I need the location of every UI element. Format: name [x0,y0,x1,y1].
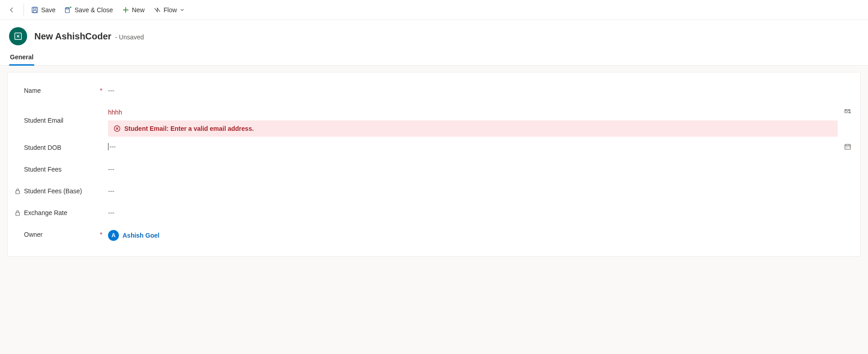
error-icon [113,125,121,132]
label-exchange-rate: Exchange Rate [14,206,100,216]
page-title: New AshishCoder [34,31,111,42]
error-text-student-email: Student Email: Enter a valid email addre… [124,125,254,132]
student-dob-input[interactable]: --- [108,143,838,150]
calendar-icon [844,143,851,150]
label-student-fees-base: Student Fees (Base) [14,184,100,195]
field-student-fees: Student Fees --- [14,160,854,182]
field-exchange-rate: Exchange Rate --- [14,204,854,225]
form-card: Name * --- Student Email Student Email: … [7,72,861,257]
form-body: Name * --- Student Email Student Email: … [0,66,868,268]
svg-rect-4 [66,8,68,9]
student-fees-input[interactable]: --- [108,165,838,174]
save-button[interactable]: Save [27,2,60,18]
form-tabs: General [0,49,868,66]
error-banner-student-email: Student Email: Enter a valid email addre… [108,120,838,137]
calendar-picker-button[interactable] [841,140,854,150]
lock-icon [15,188,20,196]
new-button[interactable]: New [118,2,149,18]
form-header: New AshishCoder - Unsaved [0,20,868,49]
plus-icon [122,6,129,14]
back-button[interactable] [3,0,21,20]
page-status: - Unsaved [115,33,144,41]
svg-rect-1 [33,7,36,9]
field-student-dob: Student DOB --- [14,139,854,160]
tab-general[interactable]: General [9,49,34,65]
svg-rect-2 [33,10,37,13]
chevron-down-icon [179,7,185,13]
exchange-rate-value: --- [108,208,838,217]
save-close-icon [65,6,72,14]
label-name: Name [14,83,100,94]
label-student-dob: Student DOB [14,140,100,151]
email-icon-button[interactable] [841,105,854,115]
required-student-fees [100,162,108,166]
flow-label: Flow [164,6,177,14]
avatar: A [108,230,119,241]
save-close-button[interactable]: Save & Close [60,2,118,18]
svg-rect-8 [16,191,19,194]
lock-icon [15,210,20,217]
svg-rect-9 [16,212,19,215]
student-fees-base-value: --- [108,187,838,196]
name-icon-col [841,83,854,86]
save-icon [31,6,38,14]
command-separator [24,4,24,16]
field-owner: Owner * A Ashish Goel [14,225,854,247]
field-student-email: Student Email Student Email: Enter a val… [14,103,854,139]
required-student-fees-base [100,184,108,187]
required-name: * [100,83,108,94]
field-name: Name * --- [14,81,854,103]
owner-lookup[interactable]: A Ashish Goel [108,230,160,241]
required-student-dob [100,140,108,144]
required-student-email [100,105,108,109]
save-close-label: Save & Close [75,6,113,14]
field-student-fees-base: Student Fees (Base) --- [14,182,854,204]
label-student-fees: Student Fees [14,162,100,173]
label-owner: Owner [14,227,100,238]
entity-icon [9,27,27,45]
owner-name: Ashish Goel [123,232,160,239]
label-student-email: Student Email [14,105,100,124]
command-bar: Save Save & Close New Flow [0,0,868,20]
required-exchange-rate [100,206,108,209]
flow-button[interactable]: Flow [149,2,190,18]
new-label: New [132,6,145,14]
svg-rect-0 [32,7,38,13]
student-email-input[interactable] [108,108,838,117]
envelope-icon [844,108,851,115]
name-input[interactable]: --- [108,86,838,95]
arrow-left-icon [8,6,15,14]
save-label: Save [41,6,56,14]
flow-icon [154,6,161,14]
required-owner: * [100,227,108,238]
svg-rect-3 [65,8,69,13]
